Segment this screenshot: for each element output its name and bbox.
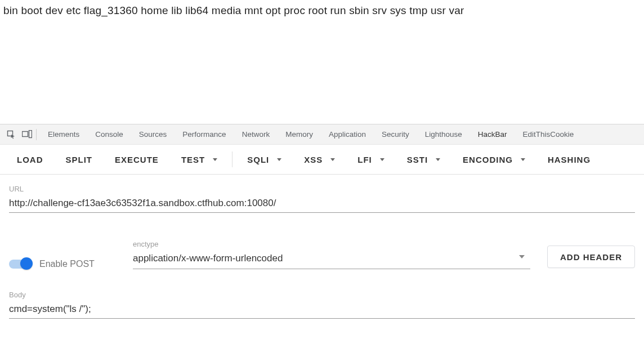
ssti-button[interactable]: SSTI	[396, 144, 451, 175]
svg-rect-1	[23, 131, 28, 136]
enctype-label: enctype	[133, 240, 530, 248]
test-button[interactable]: TEST	[170, 144, 229, 175]
sqli-label: SQLI	[247, 155, 269, 164]
tab-application[interactable]: Application	[321, 124, 374, 145]
tab-elements[interactable]: Elements	[40, 124, 87, 145]
test-label: TEST	[181, 155, 205, 164]
split-button[interactable]: SPLIT	[55, 144, 104, 175]
hackbar-toolbar: LOAD SPLIT EXECUTE TEST SQLI XSS LFI SST…	[0, 144, 644, 175]
switch-knob	[20, 257, 33, 270]
xss-label: XSS	[304, 155, 323, 164]
tab-console[interactable]: Console	[87, 124, 131, 145]
tab-hackbar[interactable]: HackBar	[470, 124, 515, 145]
xss-button[interactable]: XSS	[293, 144, 346, 175]
chevron-down-icon	[330, 158, 335, 161]
add-header-button[interactable]: ADD HEADER	[547, 246, 635, 268]
chevron-down-icon	[521, 158, 525, 161]
enctype-value: application/x-www-form-urlencoded	[133, 253, 283, 264]
body-label: Body	[9, 291, 635, 299]
ssti-label: SSTI	[407, 155, 428, 164]
tab-sources[interactable]: Sources	[131, 124, 175, 145]
url-input[interactable]	[9, 195, 635, 213]
encoding-label: ENCODING	[463, 155, 513, 164]
separator	[232, 151, 232, 167]
devtools-tab-strip: Elements Console Sources Performance Net…	[0, 124, 644, 144]
chevron-down-icon	[277, 158, 281, 161]
device-toolbar-icon[interactable]	[19, 127, 35, 142]
tab-memory[interactable]: Memory	[278, 124, 321, 145]
execute-label: EXECUTE	[115, 155, 159, 164]
page-response-output: bin boot dev etc flag_31360 home lib lib…	[0, 0, 644, 124]
execute-button[interactable]: EXECUTE	[104, 144, 170, 175]
lfi-label: LFI	[357, 155, 372, 164]
enable-post-label: Enable POST	[39, 259, 95, 269]
tab-performance[interactable]: Performance	[175, 124, 234, 145]
separator	[36, 129, 37, 140]
svg-rect-2	[29, 130, 32, 137]
enctype-select[interactable]: enctype application/x-www-form-urlencode…	[133, 240, 530, 269]
sqli-button[interactable]: SQLI	[236, 144, 293, 175]
hashing-label: HASHING	[548, 155, 591, 164]
tab-network[interactable]: Network	[234, 124, 278, 145]
tab-lighthouse[interactable]: Lighthouse	[417, 124, 470, 145]
chevron-down-icon	[436, 158, 440, 161]
load-label: LOAD	[17, 155, 43, 164]
lfi-button[interactable]: LFI	[346, 144, 396, 175]
hackbar-panel: URL Enable POST enctype application/x-ww…	[0, 175, 644, 319]
split-label: SPLIT	[66, 155, 93, 164]
tab-security[interactable]: Security	[374, 124, 417, 145]
chevron-down-icon	[213, 158, 217, 161]
add-header-label: ADD HEADER	[560, 252, 622, 262]
body-input[interactable]	[9, 301, 635, 319]
hashing-button[interactable]: HASHING	[536, 144, 602, 175]
chevron-down-icon	[380, 158, 384, 161]
enable-post-toggle[interactable]: Enable POST	[9, 259, 116, 269]
load-button[interactable]: LOAD	[6, 144, 55, 175]
url-label: URL	[9, 185, 635, 193]
inspect-icon[interactable]	[3, 127, 19, 142]
chevron-down-icon	[519, 255, 525, 258]
encoding-button[interactable]: ENCODING	[451, 144, 536, 175]
switch-track	[9, 260, 32, 269]
tab-editthiscookie[interactable]: EditThisCookie	[515, 124, 582, 145]
